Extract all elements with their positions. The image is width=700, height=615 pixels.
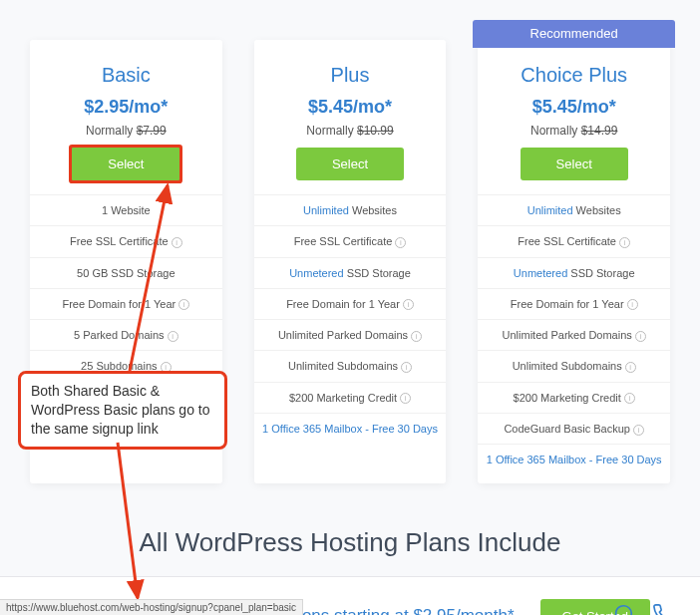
feature-item: 1 Office 365 Mailbox - Free 30 Days <box>254 413 447 444</box>
feature-list-plus: Unlimited WebsitesFree SSL CertificateiU… <box>254 194 447 444</box>
plan-normally: Normally $14.99 <box>478 124 670 148</box>
info-icon[interactable]: i <box>395 237 406 248</box>
plan-price: $2.95/mo* <box>30 97 222 124</box>
feature-item: 5 Parked Domainsi <box>30 319 222 350</box>
feature-item: Unlimited Parked Domainsi <box>254 319 447 350</box>
plan-card-plus: Plus $5.45/mo* Normally $10.99 Select Un… <box>254 40 447 483</box>
feature-item: Unlimited Websites <box>478 194 670 225</box>
info-icon[interactable]: i <box>635 331 646 342</box>
plan-normally: Normally $10.99 <box>254 124 447 148</box>
info-icon[interactable]: i <box>401 362 412 373</box>
plan-title: Basic <box>30 40 222 97</box>
select-button-basic[interactable]: Select <box>72 148 179 180</box>
feature-item: Unlimited Websites <box>254 194 447 225</box>
feature-item: CodeGuard Basic Backupi <box>478 413 670 444</box>
feature-item: $200 Marketing Crediti <box>254 382 447 413</box>
annotation-callout: Both Shared Basic & WordPress Basic plan… <box>18 371 227 450</box>
info-icon[interactable]: i <box>624 393 635 404</box>
feature-item: Free Domain for 1 Yeari <box>478 288 670 319</box>
chat-icon[interactable] <box>612 603 634 615</box>
feature-item: Free Domain for 1 Yeari <box>30 288 222 319</box>
plan-title: Choice Plus <box>478 40 670 97</box>
info-icon[interactable]: i <box>403 299 414 310</box>
feature-item: Unmetered SSD Storage <box>478 257 670 288</box>
info-icon[interactable]: i <box>168 331 178 342</box>
recommended-banner: Recommended <box>473 20 675 48</box>
phone-icon[interactable] <box>652 603 674 615</box>
feature-item: 1 Office 365 Mailbox - Free 30 Days <box>478 444 670 474</box>
feature-item: Free SSL Certificatei <box>30 225 222 256</box>
feature-item: Unlimited Subdomainsi <box>254 350 447 381</box>
info-icon[interactable]: i <box>411 331 422 342</box>
plan-title: Plus <box>254 40 447 97</box>
feature-item: 1 Website <box>30 194 222 225</box>
plan-price: $5.45/mo* <box>254 97 447 124</box>
feature-list-choice-plus: Unlimited WebsitesFree SSL CertificateiU… <box>478 194 670 475</box>
plan-normally: Normally $7.99 <box>30 124 222 148</box>
select-button-plus[interactable]: Select <box>296 148 404 180</box>
feature-item: Free Domain for 1 Yeari <box>254 288 447 319</box>
feature-item: Unlimited Parked Domainsi <box>478 319 670 350</box>
info-icon[interactable]: i <box>400 393 411 404</box>
feature-item: Unlimited Subdomainsi <box>478 350 670 381</box>
info-icon[interactable]: i <box>178 299 189 310</box>
feature-item: 50 GB SSD Storage <box>30 257 222 288</box>
info-icon[interactable]: i <box>172 237 182 248</box>
feature-item: $200 Marketing Crediti <box>478 382 670 413</box>
status-bar-url: https://www.bluehost.com/web-hosting/sig… <box>0 599 303 615</box>
plan-price: $5.45/mo* <box>478 97 670 124</box>
plan-card-choice-plus: Recommended Choice Plus $5.45/mo* Normal… <box>478 40 670 483</box>
select-button-choice-plus[interactable]: Select <box>521 148 628 180</box>
info-icon[interactable]: i <box>619 237 630 248</box>
section-heading: All WordPress Hosting Plans Include <box>0 503 700 576</box>
footer-icons <box>612 603 674 615</box>
feature-item: Unmetered SSD Storage <box>254 257 447 288</box>
info-icon[interactable]: i <box>627 299 638 310</box>
info-icon[interactable]: i <box>625 362 636 373</box>
feature-item: Free SSL Certificatei <box>254 225 447 256</box>
feature-item: Free SSL Certificatei <box>478 225 670 256</box>
info-icon[interactable]: i <box>633 425 644 436</box>
